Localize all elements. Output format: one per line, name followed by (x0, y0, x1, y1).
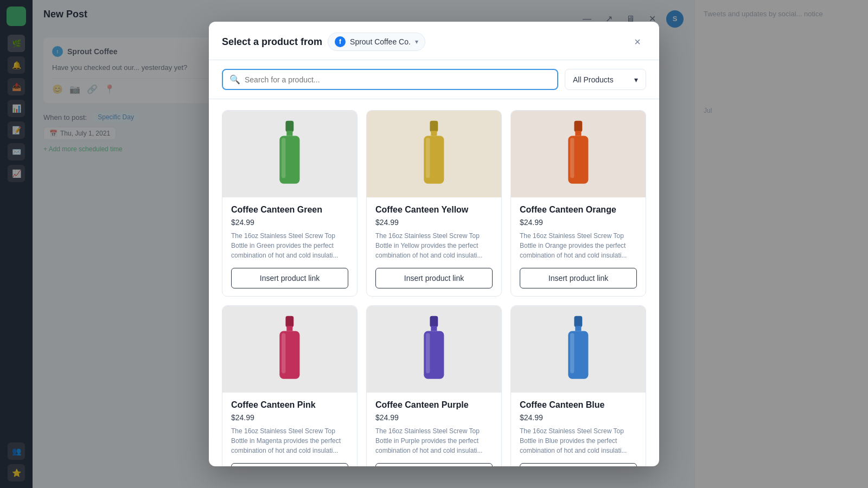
product-price-4: $24.99 (231, 413, 348, 422)
product-name-6: Coffee Canteen Blue (520, 400, 637, 410)
product-name-1: Coffee Canteen Green (231, 205, 348, 215)
product-modal: Select a product from f Sprout Coffee Co… (209, 22, 659, 466)
modal-search-area: 🔍 All Products ▾ (209, 60, 659, 99)
svg-rect-19 (426, 333, 430, 373)
insert-product-link-button-3[interactable]: Insert product link (520, 268, 637, 288)
svg-rect-11 (570, 138, 574, 178)
svg-rect-12 (286, 316, 294, 327)
svg-rect-13 (286, 326, 292, 331)
product-price-1: $24.99 (231, 218, 348, 227)
product-description-6: The 16oz Stainless Steel Screw Top Bottl… (520, 426, 637, 455)
product-image-1 (222, 111, 357, 197)
svg-rect-4 (430, 121, 438, 132)
svg-rect-17 (431, 326, 437, 331)
svg-rect-0 (286, 121, 294, 132)
product-price-2: $24.99 (375, 218, 493, 227)
store-name: Sprout Coffee Co. (350, 37, 411, 46)
modal-close-button[interactable]: × (629, 33, 646, 50)
bottle-svg-3 (563, 119, 593, 189)
svg-rect-9 (575, 131, 581, 136)
facebook-icon: f (335, 36, 346, 47)
product-info-2: Coffee Canteen Yellow $24.99 The 16oz St… (367, 197, 501, 296)
search-box: 🔍 (222, 69, 558, 90)
product-image-3 (511, 111, 646, 197)
search-icon: 🔍 (229, 74, 240, 85)
svg-rect-20 (575, 316, 583, 327)
bottle-svg-6 (563, 314, 593, 384)
product-description-2: The 16oz Stainless Steel Screw Top Bottl… (375, 231, 493, 260)
chevron-down-icon: ▾ (415, 38, 418, 46)
product-card-1: Coffee Canteen Green $24.99 The 16oz Sta… (222, 110, 358, 297)
product-info-6: Coffee Canteen Blue $24.99 The 16oz Stai… (511, 393, 646, 466)
insert-product-link-button-1[interactable]: Insert product link (231, 268, 348, 288)
product-card-3: Coffee Canteen Orange $24.99 The 16oz St… (510, 110, 646, 297)
product-price-6: $24.99 (520, 413, 637, 422)
svg-rect-3 (282, 138, 285, 178)
insert-product-link-button-5[interactable]: Insert product link (375, 463, 493, 466)
products-grid: Coffee Canteen Green $24.99 The 16oz Sta… (222, 110, 646, 466)
search-input[interactable] (245, 75, 551, 84)
svg-rect-7 (426, 138, 430, 178)
product-name-4: Coffee Canteen Pink (231, 400, 348, 410)
store-selector[interactable]: f Sprout Coffee Co. ▾ (328, 33, 425, 51)
product-description-5: The 16oz Stainless Steel Screw Top Bottl… (375, 426, 493, 455)
bottle-svg-1 (275, 119, 305, 189)
product-image-4 (222, 306, 357, 393)
product-description-1: The 16oz Stainless Steel Screw Top Bottl… (231, 231, 348, 260)
product-name-2: Coffee Canteen Yellow (375, 205, 493, 215)
bottle-svg-4 (275, 314, 305, 384)
insert-product-link-button-2[interactable]: Insert product link (375, 268, 493, 288)
svg-rect-1 (286, 131, 292, 136)
product-image-6 (511, 306, 646, 393)
modal-header: Select a product from f Sprout Coffee Co… (209, 22, 659, 60)
modal-body: Coffee Canteen Green $24.99 The 16oz Sta… (209, 99, 659, 466)
product-info-3: Coffee Canteen Orange $24.99 The 16oz St… (511, 197, 646, 296)
product-name-3: Coffee Canteen Orange (520, 205, 637, 215)
svg-rect-8 (575, 121, 583, 132)
insert-product-link-button-4[interactable]: Insert product link (231, 463, 348, 466)
product-image-5 (367, 306, 501, 393)
product-info-4: Coffee Canteen Pink $24.99 The 16oz Stai… (222, 393, 357, 466)
product-info-5: Coffee Canteen Purple $24.99 The 16oz St… (367, 393, 501, 466)
svg-rect-5 (431, 131, 437, 136)
filter-label: All Products (573, 75, 614, 84)
product-info-1: Coffee Canteen Green $24.99 The 16oz Sta… (222, 197, 357, 296)
product-image-2 (367, 111, 501, 197)
product-card-6: Coffee Canteen Blue $24.99 The 16oz Stai… (510, 305, 646, 466)
product-name-5: Coffee Canteen Purple (375, 400, 493, 410)
bottle-svg-2 (419, 119, 449, 189)
filter-chevron-icon: ▾ (634, 75, 638, 84)
insert-product-link-button-6[interactable]: Insert product link (520, 463, 637, 466)
filter-dropdown[interactable]: All Products ▾ (565, 69, 646, 90)
product-card-4: Coffee Canteen Pink $24.99 The 16oz Stai… (222, 305, 358, 466)
bottle-svg-5 (419, 314, 449, 384)
product-description-4: The 16oz Stainless Steel Screw Top Bottl… (231, 426, 348, 455)
product-description-3: The 16oz Stainless Steel Screw Top Bottl… (520, 231, 637, 260)
svg-rect-15 (282, 333, 285, 373)
modal-overlay[interactable]: Select a product from f Sprout Coffee Co… (0, 0, 868, 488)
product-price-3: $24.99 (520, 218, 637, 227)
modal-title-area: Select a product from f Sprout Coffee Co… (222, 33, 425, 51)
modal-title: Select a product from (222, 36, 322, 48)
product-price-5: $24.99 (375, 413, 493, 422)
svg-rect-23 (570, 333, 574, 373)
svg-rect-16 (430, 316, 438, 327)
product-card-5: Coffee Canteen Purple $24.99 The 16oz St… (366, 305, 502, 466)
svg-rect-21 (575, 326, 581, 331)
product-card-2: Coffee Canteen Yellow $24.99 The 16oz St… (366, 110, 502, 297)
